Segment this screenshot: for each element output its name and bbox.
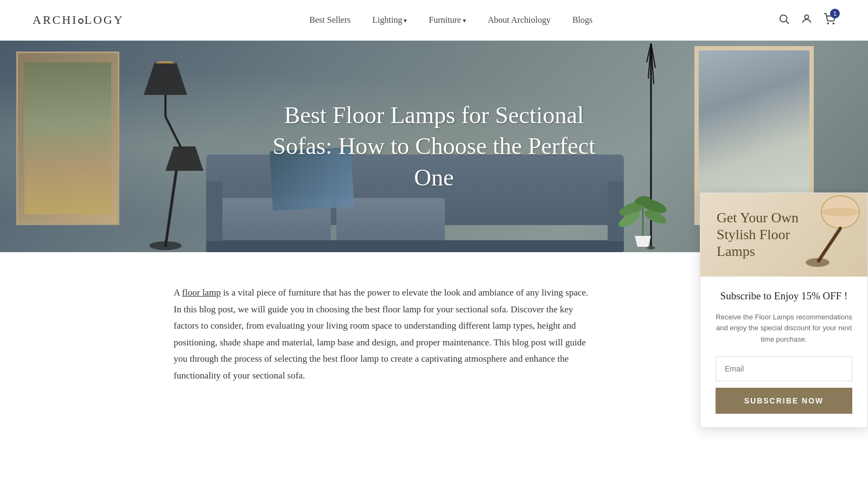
svg-point-2	[805, 15, 808, 18]
svg-point-0	[780, 15, 787, 22]
wall-art-left	[16, 52, 119, 225]
svg-line-1	[786, 21, 789, 24]
popup-widget: Get Your Own Stylish Floor Lamps Subscri…	[700, 193, 868, 428]
nav-about[interactable]: About Archiology	[488, 15, 551, 25]
popup-lamp-icon	[802, 185, 862, 272]
hero-heading: Best Floor Lamps for Sectional Sofas: Ho…	[271, 100, 597, 193]
svg-line-10	[165, 171, 176, 247]
svg-marker-6	[155, 61, 176, 63]
popup-body: Subscribe to Enjoy 15% OFF ! Receive the…	[700, 277, 867, 427]
svg-point-4	[833, 23, 834, 24]
subscribe-button[interactable]: SUBSCRIBE NOW	[716, 388, 852, 414]
cart-icon[interactable]: 1	[824, 13, 835, 28]
article-body: A floor lamp is a vital piece of furnitu…	[174, 285, 597, 384]
svg-point-11	[149, 241, 182, 250]
cart-badge: 1	[830, 9, 840, 18]
svg-marker-9	[165, 146, 203, 171]
nav-best-sellers[interactable]: Best Sellers	[309, 15, 350, 25]
wall-art-inner	[24, 62, 111, 214]
nav-lighting[interactable]: Lighting	[372, 15, 407, 25]
hero-title-block: Best Floor Lamps for Sectional Sofas: Ho…	[271, 100, 597, 193]
popup-description: Receive the Floor Lamps recommendations …	[716, 312, 852, 345]
account-icon[interactable]	[801, 13, 813, 28]
floor-lamp-link[interactable]: floor lamp	[182, 287, 221, 298]
site-header: ARCHILOGY Best Sellers Lighting Furnitur…	[0, 0, 868, 41]
search-icon[interactable]	[778, 13, 790, 28]
site-logo[interactable]: ARCHILOGY	[33, 13, 124, 27]
logo-circle-icon	[78, 18, 84, 24]
email-input[interactable]	[716, 356, 852, 381]
popup-header: Get Your Own Stylish Floor Lamps	[700, 193, 867, 277]
svg-line-8	[165, 117, 182, 149]
nav-furniture[interactable]: Furniture	[429, 15, 466, 25]
svg-point-25	[821, 208, 859, 216]
floor-lamp-left-icon	[122, 41, 209, 252]
header-icons: 1	[778, 13, 835, 28]
plant-icon	[618, 160, 667, 247]
article-paragraph: A floor lamp is a vital piece of furnitu…	[174, 285, 597, 384]
nav-blogs[interactable]: Blogs	[572, 15, 592, 25]
content-area: A floor lamp is a vital piece of furnitu…	[0, 252, 868, 417]
popup-subtitle: Subscribe to Enjoy 15% OFF !	[716, 290, 852, 302]
svg-point-27	[806, 258, 829, 267]
svg-marker-5	[144, 62, 187, 95]
svg-point-3	[827, 23, 828, 24]
main-nav: Best Sellers Lighting Furniture About Ar…	[309, 15, 592, 25]
